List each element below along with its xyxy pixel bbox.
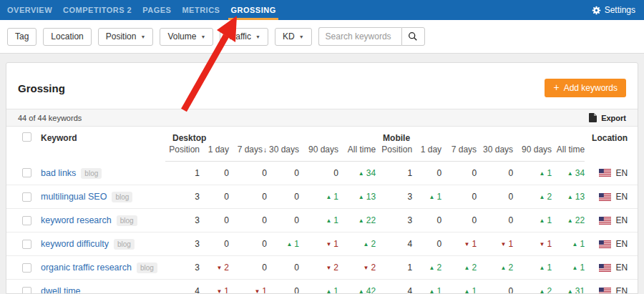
mobile-all-time-header[interactable]: All time	[552, 143, 585, 162]
location-wrap: EN	[585, 192, 628, 202]
nav-tab-pages[interactable]: PAGES	[142, 0, 171, 20]
keyword-link[interactable]: multilingual SEO	[41, 192, 107, 202]
page-title: Grossing	[18, 82, 65, 94]
triangle-down-icon: ▼	[464, 241, 469, 248]
mobile-value: 0	[508, 168, 513, 178]
nav-tab-metrics[interactable]: METRICS	[182, 0, 220, 20]
search-icon	[408, 31, 418, 41]
keywords-table: KeywordDesktopMobileLocationPosition1 da…	[6, 127, 638, 294]
keyword-column-header[interactable]: Keyword	[38, 127, 165, 162]
select-all-checkbox[interactable]	[22, 132, 31, 142]
keyword-link[interactable]: bad links	[41, 168, 76, 178]
search-input[interactable]	[318, 27, 401, 46]
desktop-all-time-header[interactable]: All time	[338, 143, 376, 162]
desktop-1-day-header[interactable]: 1 day	[200, 143, 229, 162]
mobile-position-header[interactable]: Position	[376, 143, 412, 162]
row-checkbox[interactable]	[22, 216, 31, 225]
row-checkbox-cell	[6, 185, 38, 209]
mobile-position-cell: 3	[376, 185, 412, 209]
desktop-90-days-cell: ▲1	[299, 209, 338, 232]
triangle-up-icon: ▲	[567, 170, 573, 177]
table-row: organic traffic researchblog3▼200▼2▼21▲2…	[6, 256, 638, 280]
mobile-value: 0	[472, 168, 477, 178]
keyword-link[interactable]: dwell time	[41, 286, 81, 294]
row-checkbox[interactable]	[22, 192, 31, 202]
keyword-link[interactable]: keyword research	[41, 215, 112, 225]
add-keywords-label: Add keywords	[564, 83, 618, 93]
desktop-position-cell: 4	[165, 280, 200, 294]
mobile-1-day-cell: 0	[412, 232, 441, 256]
us-flag-icon	[599, 193, 611, 201]
search-button[interactable]	[401, 27, 425, 46]
row-checkbox[interactable]	[22, 240, 31, 249]
tag-badge: blog	[114, 239, 135, 250]
keyword-count: 44 of 44 keywords	[18, 114, 82, 122]
triangle-down-icon: ▼	[326, 265, 331, 271]
add-keywords-button[interactable]: + Add keywords	[545, 79, 626, 97]
mobile-1-day-cell: 0	[412, 162, 441, 185]
mobile-position-cell: 3	[376, 209, 412, 232]
settings-button[interactable]: Settings	[592, 5, 635, 15]
nav-tab-overview[interactable]: OVERVIEW	[7, 0, 52, 20]
row-checkbox[interactable]	[22, 263, 31, 273]
mobile-1-day-cell: 0	[412, 209, 441, 232]
export-button[interactable]: Export	[589, 113, 626, 122]
tag-badge: blog	[112, 192, 132, 202]
filter-label: Position	[106, 31, 137, 41]
desktop-1-day-cell: 0	[200, 232, 229, 256]
top-nav: OVERVIEWCOMPETITORS 2PAGESMETRICSGROSSIN…	[0, 0, 644, 20]
triangle-up-icon: ▲	[567, 217, 573, 224]
mobile-delta: ▲2	[464, 263, 477, 273]
triangle-up-icon: ▲	[429, 265, 434, 271]
filter-location-button[interactable]: Location	[43, 28, 91, 46]
desktop-position-cell: 3	[165, 232, 200, 256]
mobile-90-days-cell: ▲2	[513, 185, 552, 209]
keyword-cell: keyword difficultyblog	[38, 232, 165, 256]
table-toolbar: 44 of 44 keywords Export	[6, 109, 638, 127]
desktop-7-days-header[interactable]: 7 days↓	[229, 143, 267, 162]
keyword-link[interactable]: organic traffic research	[41, 263, 132, 273]
mobile-delta: ▲1	[539, 168, 552, 178]
triangle-up-icon: ▲	[358, 217, 364, 224]
mobile-7-days-header[interactable]: 7 days	[441, 143, 477, 162]
keyword-cell: bad linksblog	[38, 162, 165, 185]
desktop-7-days-cell: 0	[229, 162, 267, 185]
mobile-value: 0	[472, 192, 477, 202]
row-checkbox[interactable]	[22, 168, 31, 177]
location-code: EN	[615, 239, 628, 249]
desktop-1-day-cell: 0	[200, 185, 229, 209]
desktop-position-cell: 3	[165, 185, 200, 209]
filter-kd-button[interactable]: KD▼	[275, 28, 312, 46]
desktop-position-header[interactable]: Position	[165, 143, 200, 162]
mobile-1-day-cell: ▲1	[412, 185, 441, 209]
filter-tag-button[interactable]: Tag	[7, 28, 36, 46]
mobile-delta: ▼1	[539, 239, 552, 249]
nav-tab-grossing[interactable]: GROSSING	[230, 0, 275, 20]
filter-volume-button[interactable]: Volume▼	[160, 28, 213, 46]
keyword-link[interactable]: keyword difficulty	[41, 239, 109, 249]
filter-traffic-button[interactable]: Traffic▼	[220, 28, 268, 46]
mobile-delta: ▲2	[539, 192, 552, 202]
mobile-90-days-header[interactable]: 90 days	[513, 143, 552, 162]
desktop-30-days-header[interactable]: 30 days	[267, 143, 299, 162]
desktop-90-days-header[interactable]: 90 days	[299, 143, 338, 162]
mobile-1-day-header[interactable]: 1 day	[412, 143, 441, 162]
desktop-7-days-cell: 0	[229, 185, 267, 209]
triangle-up-icon: ▲	[358, 170, 364, 177]
location-column-header: Location	[585, 127, 638, 162]
mobile-7-days-cell: 0	[441, 209, 477, 232]
chevron-down-icon: ▼	[200, 34, 205, 39]
filter-position-button[interactable]: Position▼	[98, 28, 154, 46]
export-file-icon	[589, 113, 597, 122]
keyword-cell: keyword researchblog	[38, 209, 165, 232]
settings-label: Settings	[605, 5, 635, 15]
triangle-up-icon: ▲	[326, 288, 331, 294]
mobile-30-days-cell: 0	[477, 185, 513, 209]
location-cell: EN	[585, 209, 638, 232]
nav-tab-competitors-2[interactable]: COMPETITORS 2	[63, 0, 132, 20]
mobile-30-days-header[interactable]: 30 days	[477, 143, 513, 162]
row-checkbox[interactable]	[22, 287, 31, 294]
triangle-down-icon: ▼	[363, 265, 369, 271]
keyword-cell: organic traffic researchblog	[38, 256, 165, 280]
us-flag-icon	[599, 264, 611, 272]
